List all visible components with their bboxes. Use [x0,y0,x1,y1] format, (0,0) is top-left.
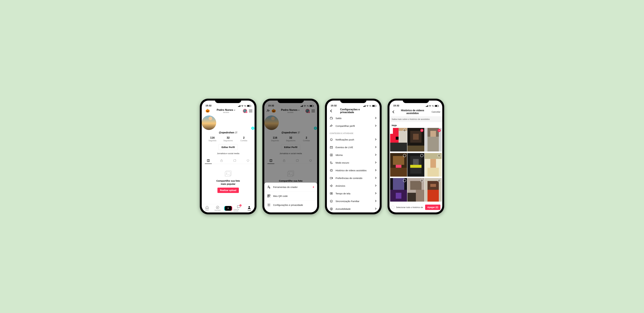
tab-liked[interactable] [241,157,254,164]
stat-followers[interactable]: 32Seguidores [220,136,236,142]
cancel-button[interactable]: Cancelar [432,111,440,113]
svg-rect-4 [236,133,237,133]
svg-point-13 [248,206,250,207]
qr-icon [235,131,238,134]
stat-likes[interactable]: 2Curtidas [236,136,252,142]
profile-header: 🎃 Pedro Nunes ele/dele 1 [202,107,254,113]
profile-handle[interactable]: @opedrohen [202,131,254,134]
svg-rect-58 [396,165,402,168]
svg-rect-75 [416,190,424,202]
video-thumb[interactable] [407,178,424,202]
upload-button[interactable]: Realizar upload [218,188,239,193]
svg-rect-67 [428,168,439,176]
svg-rect-27 [269,195,270,196]
svg-rect-59 [390,168,407,176]
tab-saved[interactable] [228,157,241,164]
phone-profile-sheet: 15:32 71 🎃Pedro Nunesele/dele1 + @opedro… [262,99,319,214]
svg-rect-1 [235,132,236,132]
svg-rect-62 [410,165,422,168]
tab-grid[interactable] [202,157,215,164]
row-watch-history[interactable]: Histórico de vídeos assistidos [327,167,380,174]
tab-private[interactable] [215,157,228,164]
svg-rect-73 [410,181,422,190]
row-ads[interactable]: Anúncios [327,182,380,190]
sheet-qr-code[interactable]: Meu QR code [264,192,317,201]
row-dark-mode[interactable]: Modo escuro [327,159,380,167]
bottom-nav: Início Descobrir + 3Caixa de entrada Per… [202,204,254,212]
svg-rect-57 [393,156,404,165]
row-screen-time[interactable]: Tempo de tela [327,190,380,197]
video-thumb[interactable] [425,128,442,151]
row-balance[interactable]: Saldo [327,114,380,122]
select-checkbox[interactable] [438,154,441,157]
row-push-notifications[interactable]: Notificações push [327,136,380,143]
history-info-banner[interactable]: Saiba mais sobre o histórico de assistid… [390,116,442,122]
profile-bio: Jornalista e social media [202,152,254,155]
sheet-settings[interactable]: Configurações e privacidade [264,201,317,209]
phone-settings: 15:32 71 Configurações e privacidade Sal… [325,99,382,214]
row-accessibility[interactable]: Acessibilidade [327,205,380,212]
nav-profile[interactable]: Perfil [244,206,254,211]
stat-following[interactable]: 116Seguindo [204,136,220,142]
select-checkbox[interactable] [403,154,406,157]
photos-icon [224,170,232,177]
back-button[interactable] [329,109,333,113]
battery-icon [247,105,251,107]
select-checkbox[interactable] [420,129,424,132]
sheet-creator-tools[interactable]: Ferramentas do criador [264,183,317,192]
svg-rect-2 [236,132,237,132]
profile-avatar[interactable]: + [202,115,254,130]
phone-profile: 15:32 71 🎃 Pedro Nunes ele/dele 1 [200,99,256,214]
status-time: 15:32 [206,104,212,107]
nav-home[interactable]: Início [202,206,212,211]
video-thumb[interactable] [425,178,442,202]
profile-name-dropdown[interactable]: Pedro Nunes [217,108,236,112]
svg-rect-55 [428,137,439,151]
select-checkbox[interactable] [438,129,441,132]
nav-create[interactable]: + [223,206,233,211]
svg-point-41 [331,208,332,209]
svg-rect-71 [396,193,402,199]
svg-rect-44 [390,128,393,134]
video-thumb[interactable] [407,128,424,151]
delete-button[interactable]: Apagar (2) [425,205,440,210]
svg-point-25 [268,186,269,187]
notification-dot [313,187,314,188]
svg-rect-50 [413,134,419,140]
settings-title: Configurações e privacidade [340,108,366,114]
svg-rect-66 [430,159,436,168]
svg-point-33 [332,118,332,119]
nav-discover[interactable]: Descobrir [212,206,223,211]
menu-icon[interactable] [249,110,252,112]
video-thumb[interactable] [390,178,407,202]
svg-rect-79 [430,184,436,187]
row-live-events[interactable]: Eventos de LIVE [327,143,380,151]
svg-rect-3 [235,133,236,134]
svg-point-11 [216,206,219,209]
svg-rect-54 [430,131,436,137]
history-footer: Selecionar todo o histórico de assis... … [390,203,442,212]
history-header: Histórico de vídeos assistidos Cancelar [390,107,442,116]
row-language[interactable]: Idioma [327,151,380,159]
video-thumb[interactable] [407,153,424,177]
select-checkbox[interactable] [420,154,424,157]
select-all-checkbox[interactable]: Selecionar todo o histórico de assis... [391,206,424,209]
svg-rect-9 [225,172,230,176]
add-story-icon[interactable]: + [251,126,254,130]
story-avatar[interactable]: 1 [243,109,247,113]
edit-profile-button[interactable]: Editar Perfil [218,144,238,150]
profile-pronouns: ele/dele [209,111,243,113]
nav-inbox[interactable]: 3Caixa de entrada [234,205,244,212]
svg-rect-45 [396,137,398,140]
pumpkin-icon[interactable]: 🎃 [206,109,209,113]
battery-percent: 71 [244,105,246,107]
row-family-pairing[interactable]: Sincronização Familiar [327,197,380,205]
svg-rect-69 [393,178,404,190]
svg-rect-6 [220,160,222,162]
video-thumb[interactable] [425,153,442,177]
row-content-preferences[interactable]: Preferências de conteúdo [327,174,380,182]
select-checkbox[interactable] [403,129,406,132]
video-thumb[interactable] [390,128,407,151]
video-thumb[interactable] [390,153,407,177]
row-share-profile[interactable]: Compartilhar perfil [327,122,380,130]
